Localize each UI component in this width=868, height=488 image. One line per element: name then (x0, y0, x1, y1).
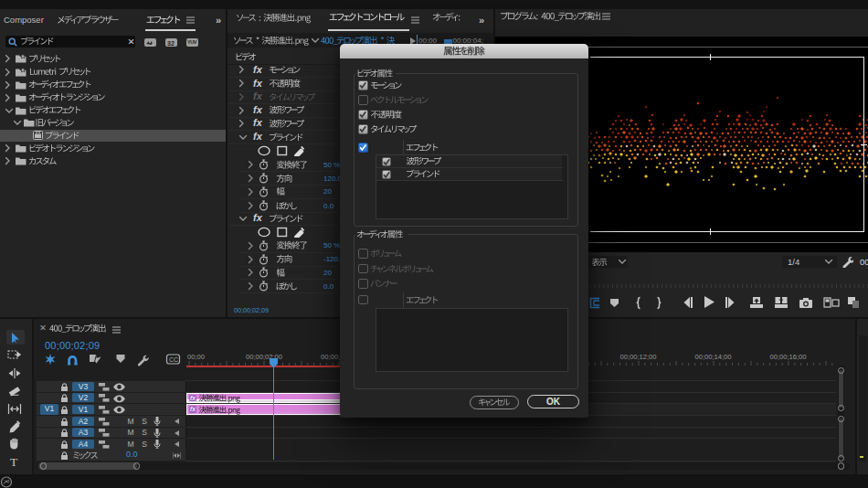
svg-text:CC: CC (169, 356, 178, 363)
svg-text:T: T (10, 455, 18, 469)
